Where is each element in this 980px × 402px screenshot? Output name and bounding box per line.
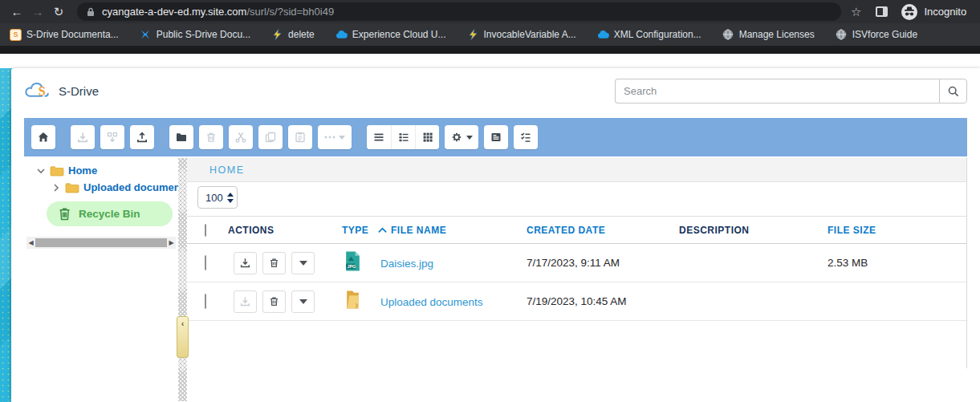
breadcrumb-bar: HOME: [187, 158, 966, 182]
grid-view-button[interactable]: [415, 125, 439, 149]
row-download-button[interactable]: [234, 290, 257, 313]
page-background: S S-Drive: [0, 68, 980, 402]
column-header-type[interactable]: TYPE: [337, 225, 376, 236]
sdrive-logo-icon: S: [24, 80, 51, 101]
column-header-created-date[interactable]: CREATED DATE: [522, 225, 674, 236]
file-list-panel: HOME 100 ACTIO: [187, 158, 967, 368]
lock-icon: [87, 7, 95, 17]
address-bar[interactable]: cyangate-a-dev-ed.my.site.com/surl/s/?si…: [77, 2, 841, 21]
created-date-cell: 7/19/2023, 10:45 AM: [522, 295, 674, 307]
search-button[interactable]: [939, 79, 967, 104]
bookmark-public-sdrive-docs[interactable]: Public S-Drive Docu...: [140, 29, 250, 41]
download-multiple-button[interactable]: [100, 125, 124, 149]
more-actions-button[interactable]: [318, 125, 352, 149]
bookmark-xml-configuration[interactable]: XML Configuration...: [597, 29, 701, 41]
search-input[interactable]: [615, 79, 939, 104]
created-date-cell: 7/17/2023, 9:11 AM: [522, 257, 674, 269]
multi-select-button[interactable]: [514, 125, 538, 149]
copy-button[interactable]: [258, 125, 283, 149]
bookmark-delete[interactable]: delete: [271, 29, 315, 41]
paste-button[interactable]: [288, 125, 312, 149]
cut-button[interactable]: [229, 125, 253, 149]
row-checkbox[interactable]: [205, 294, 206, 309]
bookmark-manage-licenses[interactable]: Manage Licenses: [722, 29, 815, 41]
upload-button[interactable]: [130, 125, 154, 149]
row-more-button[interactable]: [291, 290, 315, 313]
row-more-button[interactable]: [291, 252, 315, 274]
search-group: [615, 79, 967, 104]
download-button[interactable]: [71, 125, 95, 149]
page-size-row: 100: [187, 186, 966, 217]
folder-icon: [50, 165, 64, 177]
upload-icon: [136, 131, 148, 144]
splitter-collapse-handle[interactable]: ‹: [177, 316, 189, 358]
page-size-stepper[interactable]: 100: [197, 186, 238, 209]
column-header-file-name[interactable]: FILE NAME: [376, 225, 522, 236]
table-row: JPG Daisies.jpg 7/17/2023, 9:11 AM 2.53 …: [187, 244, 966, 282]
tree-horizontal-scrollbar[interactable]: ◀ ▶: [26, 237, 176, 249]
file-name-link[interactable]: Uploaded documents: [380, 296, 483, 308]
sdrive-favicon: S: [10, 29, 22, 41]
step-down-icon[interactable]: [227, 199, 234, 203]
file-size-cell: 2.53 MB: [823, 257, 966, 269]
row-delete-button[interactable]: [262, 290, 286, 313]
row-checkbox[interactable]: [205, 255, 206, 270]
globe-icon: [836, 29, 848, 41]
select-all-checkbox[interactable]: [205, 224, 206, 237]
brand: S S-Drive: [24, 80, 99, 101]
blue-x-icon: [140, 29, 152, 41]
column-header-actions: ACTIONS: [223, 225, 337, 236]
bookmark-experience-cloud[interactable]: Experience Cloud U...: [335, 29, 446, 41]
recycle-bin-button[interactable]: Recycle Bin: [47, 201, 173, 226]
home-button[interactable]: [31, 125, 55, 149]
sort-ascending-icon: [377, 226, 388, 233]
content-area: Home Uploaded documents Recycle Bin ◀: [24, 158, 967, 401]
scrollbar-thumb[interactable]: [35, 238, 167, 247]
column-header-description: DESCRIPTION: [674, 225, 823, 236]
panel-splitter[interactable]: ‹: [178, 158, 187, 401]
row-delete-button[interactable]: [262, 252, 286, 274]
svg-text:JPG: JPG: [347, 264, 356, 269]
side-panel-icon[interactable]: [876, 6, 888, 17]
page-title: S-Drive: [59, 84, 99, 98]
column-header-file-size[interactable]: FILE SIZE: [823, 225, 966, 236]
reload-icon[interactable]: ↻: [48, 5, 69, 19]
tree-item-home[interactable]: Home: [36, 162, 97, 179]
settings-gear-icon: [450, 131, 463, 144]
folder-icon: [65, 182, 79, 193]
forward-icon[interactable]: →: [27, 5, 48, 18]
card-header: S S-Drive: [11, 68, 980, 118]
preview-pane-button[interactable]: [484, 125, 508, 149]
step-up-icon[interactable]: [227, 193, 234, 197]
new-folder-button[interactable]: [169, 125, 193, 149]
download-multiple-icon: [106, 131, 119, 144]
list-view-button[interactable]: [367, 125, 391, 149]
chevron-right-icon: [51, 183, 61, 193]
scroll-left-icon[interactable]: ◀: [26, 239, 35, 246]
back-icon[interactable]: ←: [6, 5, 27, 18]
bookmark-star-icon[interactable]: ☆: [851, 5, 861, 19]
incognito-badge: Incognito: [901, 3, 966, 21]
row-download-button[interactable]: [234, 252, 257, 274]
lightning-icon: [271, 29, 283, 41]
tree-item-uploaded-documents[interactable]: Uploaded documents: [51, 179, 178, 196]
chevron-down-icon: [36, 166, 46, 176]
bookmark-sdrive-documentation[interactable]: S S-Drive Documenta...: [10, 29, 119, 41]
settings-button[interactable]: [445, 125, 478, 149]
trash-icon: [268, 257, 280, 269]
file-name-link[interactable]: Daisies.jpg: [380, 258, 433, 270]
delete-button[interactable]: [199, 125, 223, 149]
more-actions-icon: [324, 136, 335, 139]
bookmark-isvforce-guide[interactable]: ISVforce Guide: [836, 29, 917, 41]
stepper-arrows[interactable]: [224, 193, 237, 203]
view-switcher: [367, 125, 439, 149]
download-icon: [239, 295, 251, 307]
detail-view-button[interactable]: [391, 125, 415, 149]
page-size-value[interactable]: 100: [198, 192, 224, 204]
breadcrumb[interactable]: HOME: [209, 164, 245, 176]
browser-toolbar: ← → ↻ cyangate-a-dev-ed.my.site.com/surl…: [0, 0, 980, 23]
toolbar-separator: [160, 125, 164, 149]
cut-icon: [234, 131, 247, 144]
scroll-right-icon[interactable]: ▶: [167, 239, 176, 246]
bookmark-invocablevariable[interactable]: InvocableVariable A...: [467, 29, 576, 41]
